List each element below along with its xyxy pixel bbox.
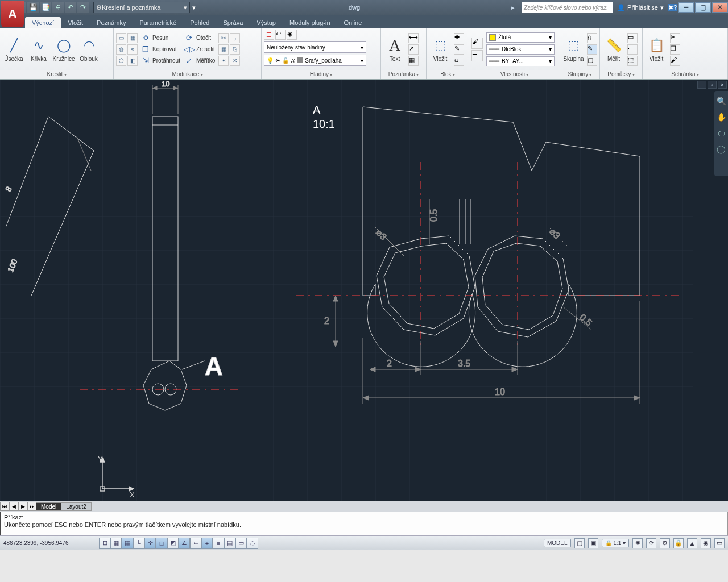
select-icon[interactable]: ⬚ [627,56,638,66]
calc-icon[interactable]: ▭ [627,33,638,43]
saveas-icon[interactable]: 📑 [40,2,51,13]
array-icon[interactable]: ▦ [218,44,229,55]
orbit-icon[interactable]: ⭮ [717,128,725,138]
table-icon[interactable]: ▦ [408,56,419,66]
ducs-icon[interactable]: ⌙ [190,538,201,549]
measure-button[interactable]: 📏Měřit [602,36,625,62]
create-block-icon[interactable]: ✚ [454,33,464,43]
redo-icon[interactable]: ↷ [77,2,89,13]
nav-bar[interactable]: 🔍 ✋ ⭮ ◯ [714,91,728,176]
layer-iso-icon[interactable]: ◉ [287,30,297,40]
panel-draw-title[interactable]: Kreslit [0,70,113,79]
tab-plugins[interactable]: Moduly plug-in [283,17,337,28]
tab-poznamky[interactable]: Poznámky [90,17,133,28]
app-menu-button[interactable]: A [1,1,24,27]
circle-button[interactable]: ◯Kružnice [52,36,75,62]
toolbar-lock-icon[interactable]: 🔒 [673,538,684,548]
dim-icon[interactable]: ⟷ [408,33,419,43]
otrack-icon[interactable]: ∠ [179,538,190,549]
grid-icon[interactable]: ▦ [122,538,133,549]
polyline-button[interactable]: ∿Křivka [27,36,50,62]
tab-first-icon[interactable]: ⏮ [0,502,9,511]
zoom-icon[interactable]: 🔍 [717,97,726,106]
paste-button[interactable]: 📋Vložit [645,36,668,62]
vp-close-icon[interactable]: × [718,81,727,89]
trim-icon[interactable]: ✂ [218,33,229,43]
layer-prop-icon[interactable]: ☰ [264,30,274,40]
hatch-icon[interactable]: ▦ [127,33,138,43]
clean-screen-icon[interactable]: ▭ [714,538,725,548]
tab-pohled[interactable]: Pohled [183,17,216,28]
vp-max-icon[interactable]: ▫ [708,81,717,89]
wheel-icon[interactable]: ◯ [717,144,726,153]
tab-vystup[interactable]: Výstup [250,17,283,28]
tab-model[interactable]: Model [36,502,61,511]
drawing-area[interactable]: − ▫ × 🔍 ✋ ⭮ ◯ 100 8 [0,80,728,501]
anno-scale[interactable]: 🔒 1:1 ▾ [602,539,629,547]
group-edit-icon[interactable]: ✎ [587,44,597,55]
tab-next-icon[interactable]: ▶ [18,502,27,511]
sign-in-button[interactable]: 👤 Přihlásit se ▾ [617,4,664,11]
print-icon[interactable]: 🖨 [52,2,64,13]
pan-icon[interactable]: ✋ [717,113,726,122]
text-button[interactable]: AText [383,36,406,62]
panel-annot-title[interactable]: Poznámka [381,70,426,79]
panel-layers-title[interactable]: Hladiny [262,70,380,79]
anno-vis-icon[interactable]: ✺ [632,538,643,548]
region-icon[interactable]: ◧ [127,56,138,66]
help-search-input[interactable]: Zadejte klíčové slovo nebo výraz. [522,2,613,13]
hardware-accel-icon[interactable]: ▲ [687,538,697,548]
copy-clip-icon[interactable]: ❐ [670,44,680,55]
quickview-drawings-icon[interactable]: ▣ [588,538,598,548]
panel-block-title[interactable]: Blok [427,70,469,79]
space-toggle[interactable]: MODEL [544,539,571,547]
anno-auto-icon[interactable]: ⟳ [646,538,656,548]
3dosnap-icon[interactable]: ◩ [167,538,179,549]
poly-icon[interactable]: ⬠ [116,56,126,66]
qp-icon[interactable]: ▭ [235,538,247,549]
group-button[interactable]: ⬚Skupina [562,36,585,62]
undo-icon[interactable]: ↶ [65,2,76,13]
rotate-button[interactable]: ⟳Otočit [184,33,216,43]
search-arrow-icon[interactable]: ▸ [511,4,519,11]
edit-block-icon[interactable]: ✎ [454,44,464,55]
maximize-button[interactable]: ▢ [695,2,711,13]
panel-clip-title[interactable]: Schránka [643,70,727,79]
erase-icon[interactable]: ✕ [230,56,240,66]
linetype-combo[interactable]: ━━━ DleBlok▾ [486,44,555,55]
exchange-icon[interactable]: ✖ [668,4,673,11]
scale-button[interactable]: ⤢Měřítko [184,56,216,66]
panel-utils-title[interactable]: Pomůcky [600,70,642,79]
quickview-layouts-icon[interactable]: ▢ [574,538,585,548]
ortho-icon[interactable]: └ [133,538,144,549]
point-icon[interactable]: · [627,44,638,55]
tab-prev-icon[interactable]: ◀ [9,502,18,511]
panel-groups-title[interactable]: Skupiny [560,70,599,79]
line-button[interactable]: ╱Úsečka [2,36,25,62]
ws-switch-icon[interactable]: ⚙ [660,538,670,548]
ungroup-icon[interactable]: ⎌ [587,33,597,43]
tab-sprava[interactable]: Správa [216,17,250,28]
insert-block-button[interactable]: ⬚Vložit [429,36,452,62]
offset-icon[interactable]: ⎘ [230,44,240,55]
arc-button[interactable]: ◠Oblouk [77,36,100,62]
layer-state-combo[interactable]: Neuložený stav hladiny▾ [264,41,366,53]
stretch-button[interactable]: ⇲Protáhnout [140,56,181,66]
layer-prev-icon[interactable]: ↩ [275,30,286,40]
infer-icon[interactable]: ⊞ [99,538,110,549]
cut-icon[interactable]: ✂ [670,33,680,43]
move-button[interactable]: ✥Posun [140,33,181,43]
lwt-icon[interactable]: ≡ [213,538,224,549]
close-button[interactable]: ✕ [712,2,728,13]
vp-min-icon[interactable]: − [697,81,706,89]
spline-icon[interactable]: ≈ [127,44,138,55]
tab-parametricke[interactable]: Parametrické [133,17,183,28]
tab-layout2[interactable]: Layout2 [61,502,92,511]
match-props-icon[interactable]: 🖌 [471,38,483,49]
isolate-obj-icon[interactable]: ◉ [701,538,711,548]
workspace-selector[interactable]: ⚙ Kreslení a poznámka ▾ [93,2,190,13]
layer-current-combo[interactable]: 💡 ☀ 🔓 🖨 Srafy_podlaha▾ [264,55,366,66]
dyn-icon[interactable]: + [201,538,213,549]
ellipse-icon[interactable]: ◍ [116,44,126,55]
tpy-icon[interactable]: ▤ [224,538,235,549]
